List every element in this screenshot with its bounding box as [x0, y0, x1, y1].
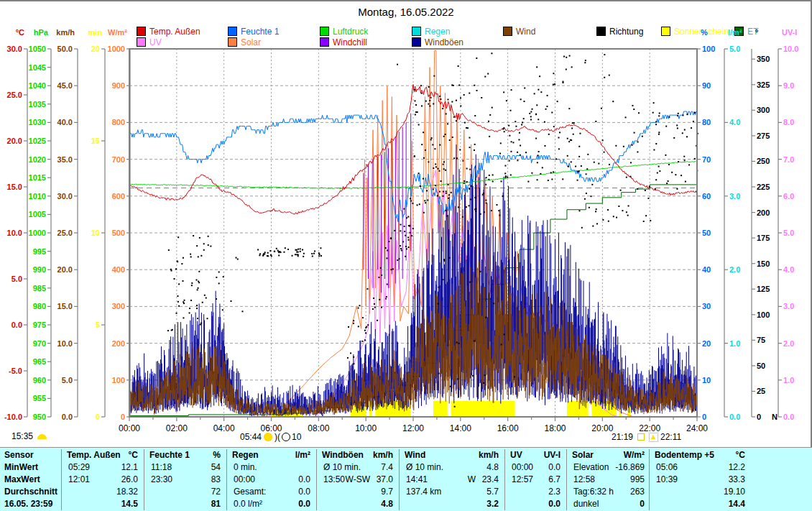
svg-text:200: 200	[757, 208, 770, 217]
svg-text:l/m²: l/m²	[728, 28, 742, 37]
cell-value: 54	[144, 462, 221, 472]
moon-marks: )(	[274, 432, 280, 442]
cell-value: 18.32	[61, 487, 138, 497]
cell-value: 6.7	[504, 474, 560, 484]
axis-min: 05101520min	[88, 28, 105, 421]
svg-text:08:00: 08:00	[308, 423, 329, 433]
sunrise-time: 05:44	[240, 432, 262, 442]
row-label: 16.05. 23:59	[4, 499, 52, 509]
cell-value: 995	[566, 474, 645, 484]
svg-text:hPa: hPa	[34, 28, 49, 37]
svg-text:10:00: 10:00	[355, 423, 377, 433]
axis-°: 0N25507510012515017520022525027530032535…	[752, 28, 778, 421]
svg-text:990: 990	[33, 265, 46, 274]
svg-text:75: 75	[757, 336, 765, 344]
svg-text:350: 350	[757, 55, 770, 63]
column-unit: UV-I	[504, 450, 560, 460]
svg-text:45.0: 45.0	[57, 81, 73, 90]
svg-text:25.0: 25.0	[57, 229, 73, 237]
svg-text:90: 90	[702, 81, 711, 90]
svg-text:50.0: 50.0	[57, 45, 73, 53]
svg-text:40.0: 40.0	[57, 118, 73, 126]
sunrise-annotation: 05:44 )( 10	[240, 432, 301, 442]
axis-W/m²: 01002003004005006007008009001000W/m²	[108, 28, 130, 421]
svg-text:1010: 1010	[29, 192, 46, 201]
cell-value: 23.4	[399, 474, 499, 484]
sunset-time: 21:19	[612, 432, 633, 442]
cell-value: 7.4	[316, 462, 393, 472]
axis-°C: -10.0-5.00.05.010.015.020.025.030.0°C	[4, 28, 27, 421]
moonrise-time: 22:11	[660, 432, 681, 442]
moon-percent: 10	[292, 432, 301, 442]
svg-text:400: 400	[112, 265, 125, 274]
cell-value: 72	[144, 487, 221, 497]
moonrise-annotation: 22:11	[649, 432, 681, 442]
svg-text:15: 15	[91, 137, 100, 145]
svg-text:9.0: 9.0	[783, 81, 794, 90]
sunset-icon	[637, 433, 645, 441]
svg-text:980: 980	[33, 302, 46, 310]
svg-text:00:00: 00:00	[119, 423, 140, 433]
cell-value: 26.0	[61, 474, 138, 484]
svg-text:225: 225	[757, 183, 770, 191]
series-sonnenschein	[451, 401, 515, 416]
svg-text:35.0: 35.0	[57, 155, 73, 164]
row-label: MinWert	[4, 462, 38, 472]
svg-text:200: 200	[112, 339, 125, 348]
svg-text:02:00: 02:00	[166, 423, 188, 433]
stats-table: SensorMinWertMaxWertDurchschnitt16.05. 2…	[0, 447, 812, 511]
svg-text:60: 60	[702, 192, 711, 201]
cell-value: 19.10	[649, 487, 745, 497]
svg-text:300: 300	[757, 106, 770, 114]
svg-text:250: 250	[757, 157, 770, 165]
weather-chart: -10.0-5.00.05.010.015.020.025.030.0°C950…	[0, 0, 812, 446]
column-unit: km/h	[399, 450, 499, 460]
cell-value: 83	[144, 474, 221, 484]
cell-value: 0	[566, 499, 645, 509]
svg-text:275: 275	[757, 132, 770, 140]
cell-value: 12.1	[61, 462, 138, 472]
column-unit: %	[144, 450, 221, 460]
cell-value: 3.2	[399, 499, 499, 509]
svg-text:0.0: 0.0	[11, 321, 22, 329]
svg-text:20.0: 20.0	[57, 265, 73, 274]
svg-text:600: 600	[112, 192, 125, 201]
svg-text:700: 700	[112, 155, 125, 164]
svg-text:0: 0	[121, 413, 125, 421]
cell-value: 12.2	[649, 462, 745, 472]
svg-text:20: 20	[91, 45, 100, 53]
svg-text:km/h: km/h	[56, 28, 75, 37]
svg-text:30.0: 30.0	[7, 45, 22, 53]
svg-text:10.0: 10.0	[57, 339, 73, 348]
cell-value: -16.869	[566, 462, 645, 472]
svg-text:1015: 1015	[29, 173, 46, 182]
svg-text:30: 30	[702, 302, 711, 310]
cell-value: 0.0	[504, 462, 560, 472]
cell-value: 0.0	[226, 474, 310, 484]
svg-text:975: 975	[33, 321, 46, 329]
moonset-time: 15:35	[11, 431, 33, 441]
cell-time: 0 min.	[234, 462, 257, 472]
svg-text:1000: 1000	[29, 229, 46, 237]
svg-text:18:00: 18:00	[544, 423, 566, 433]
svg-text:40: 40	[702, 265, 711, 274]
row-label: MaxWert	[4, 474, 40, 484]
svg-text:800: 800	[112, 118, 125, 126]
sunset-annotation: 21:19	[612, 432, 645, 442]
svg-text:1045: 1045	[29, 63, 46, 72]
axis-%: 0102030405060708090100%	[697, 28, 715, 421]
svg-text:970: 970	[33, 339, 46, 348]
svg-text:N: N	[772, 413, 778, 421]
cell-value: 14.5	[61, 499, 138, 509]
svg-text:12:00: 12:00	[402, 423, 424, 433]
moonset-icon	[37, 434, 47, 439]
svg-text:4.0: 4.0	[729, 118, 740, 126]
svg-text:1005: 1005	[29, 210, 46, 218]
svg-text:8.0: 8.0	[783, 118, 794, 126]
svg-text:300: 300	[112, 302, 125, 310]
cell-value: 37.0	[316, 474, 393, 484]
svg-text:2.0: 2.0	[783, 339, 794, 348]
svg-text:24:00: 24:00	[686, 423, 708, 433]
svg-text:50: 50	[702, 229, 711, 237]
svg-text:995: 995	[33, 247, 46, 256]
